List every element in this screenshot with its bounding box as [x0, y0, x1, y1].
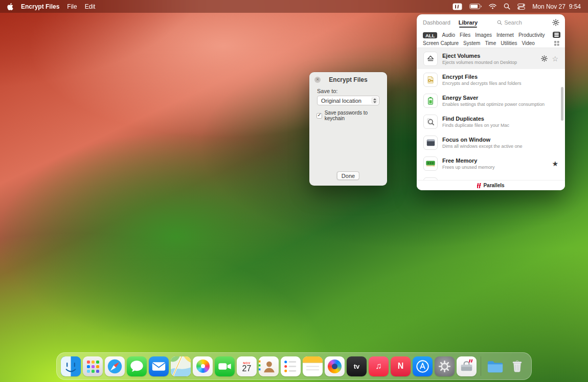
filter-utilities[interactable]: Utilities: [501, 40, 517, 46]
calendar-day-label: 27: [242, 365, 252, 373]
tool-settings-icon[interactable]: [541, 55, 548, 62]
window-icon: [423, 136, 438, 150]
list-view-icon[interactable]: [553, 32, 560, 38]
dock: NOV 27 tv ♫ N: [56, 352, 532, 380]
tab-dashboard[interactable]: Dashboard: [423, 19, 450, 26]
tv-label: tv: [354, 363, 360, 370]
dock-trash-icon[interactable]: [507, 356, 527, 376]
checkbox-label: Save passwords to keychain: [325, 110, 387, 121]
dock-downloads-folder-icon[interactable]: [485, 356, 505, 376]
filter-files[interactable]: Files: [460, 32, 470, 38]
dock-reminders-icon[interactable]: [281, 356, 301, 376]
green-battery-icon: [423, 94, 438, 108]
tool-row-energy-saver[interactable]: Energy Saver Enables settings that optim…: [417, 90, 565, 111]
filter-internet[interactable]: Internet: [496, 32, 514, 38]
menu-edit[interactable]: Edit: [85, 3, 96, 10]
dock-maps-icon[interactable]: [171, 356, 191, 376]
dock-news-icon[interactable]: N: [391, 356, 411, 376]
dock-notes-icon[interactable]: [303, 356, 323, 376]
wifi-icon[interactable]: [489, 4, 496, 9]
tool-row-free-memory[interactable]: Free Memory Frees up unused memory ★: [417, 153, 565, 174]
tool-row-partial[interactable]: [417, 174, 565, 180]
ram-icon: [423, 156, 438, 171]
filter-all[interactable]: ALL: [423, 32, 437, 38]
tool-row-focus-on-window[interactable]: Focus on Window Dims all windows except …: [417, 132, 565, 153]
document-key-icon: [423, 73, 438, 87]
news-letter-label: N: [398, 362, 404, 371]
scrollbar-thumb[interactable]: [561, 87, 563, 121]
filter-system[interactable]: System: [463, 40, 480, 46]
search-placeholder: Search: [504, 19, 522, 26]
parallels-logo-icon: [477, 183, 481, 188]
tool-name: Energy Saver: [442, 95, 545, 101]
save-to-label: Save to:: [317, 88, 337, 94]
save-passwords-checkbox[interactable]: Save passwords to keychain: [316, 110, 387, 121]
eject-icon: [423, 52, 438, 66]
tool-name: Find Duplicates: [442, 116, 509, 122]
music-note-icon: ♫: [375, 361, 382, 371]
parallels-toolbox-window: Dashboard Library Search ALLAudioFilesIm…: [417, 14, 565, 190]
desktop: Encrypt Files File Edit Mon Nov 27 9:54: [0, 0, 588, 382]
spotlight-search-icon[interactable]: [504, 3, 510, 10]
favorite-star-outline-icon[interactable]: ☆: [552, 55, 558, 62]
menu-file[interactable]: File: [67, 3, 77, 10]
dock-parallels-toolbox-icon[interactable]: [457, 356, 477, 376]
tool-list: Eject Volumes Ejects volumes mounted on …: [417, 48, 565, 180]
save-location-select[interactable]: Original location: [317, 96, 379, 105]
tool-description: Finds duplicate files on your Mac: [442, 123, 509, 128]
parallels-brand-label: Parallels: [483, 183, 504, 188]
dock-apple-tv-icon[interactable]: tv: [347, 356, 367, 376]
dock-separator: [481, 356, 481, 376]
dock-system-settings-icon[interactable]: [435, 356, 455, 376]
encrypt-files-dialog: ✕ Encrypt Files Save to: Original locati…: [309, 72, 387, 186]
tool-description: Encrypts and decrypts files and folders: [442, 81, 522, 86]
dock-firefox-icon[interactable]: [325, 356, 345, 376]
control-center-icon[interactable]: [517, 4, 525, 10]
dock-messages-icon[interactable]: [127, 356, 147, 376]
dock-finder-icon[interactable]: [61, 356, 81, 376]
tool-name: Encrypt Files: [442, 74, 522, 80]
save-location-value: Original location: [321, 98, 361, 104]
tool-row-find-duplicates[interactable]: Find Duplicates Finds duplicate files on…: [417, 111, 565, 132]
dock-safari-icon[interactable]: [105, 356, 125, 376]
search-input[interactable]: Search: [497, 19, 522, 26]
dock-calendar-icon[interactable]: NOV 27: [237, 356, 257, 376]
dock-facetime-icon[interactable]: [215, 356, 235, 376]
magnifier-documents-icon: [423, 115, 438, 129]
select-chevrons-icon: [371, 97, 378, 104]
tool-description: Dims all windows except the active one: [442, 144, 523, 149]
dock-contacts-icon[interactable]: [259, 356, 279, 376]
filter-productivity[interactable]: Productivity: [518, 32, 545, 38]
tool-name: Focus on Window: [442, 137, 523, 143]
search-icon: [497, 20, 502, 25]
dock-app-store-icon[interactable]: [413, 356, 433, 376]
filter-images[interactable]: Images: [475, 32, 492, 38]
dock-photos-icon[interactable]: [193, 356, 213, 376]
tool-description: Frees up unused memory: [442, 165, 495, 170]
favorite-star-filled-icon[interactable]: ★: [552, 160, 558, 167]
tab-library[interactable]: Library: [459, 19, 478, 26]
grid-view-icon[interactable]: [554, 41, 559, 46]
menubar-clock[interactable]: Mon Nov 27 9:54: [532, 3, 581, 10]
tool-description: Enables settings that optimize power con…: [442, 102, 545, 107]
battery-icon[interactable]: [469, 4, 482, 9]
dock-launchpad-icon[interactable]: [83, 356, 103, 376]
dock-mail-icon[interactable]: [149, 356, 169, 376]
apple-menu-icon[interactable]: [7, 3, 13, 10]
toolbox-footer: Parallels: [417, 180, 565, 190]
filter-audio[interactable]: Audio: [442, 32, 455, 38]
tool-name: Eject Volumes: [442, 53, 517, 59]
checkbox-checked-icon[interactable]: [316, 113, 322, 119]
filter-video[interactable]: Video: [522, 40, 534, 46]
filter-time[interactable]: Time: [485, 40, 496, 46]
tool-row-eject-volumes[interactable]: Eject Volumes Ejects volumes mounted on …: [417, 48, 565, 69]
dock-music-icon[interactable]: ♫: [369, 356, 389, 376]
filter-screen-capture[interactable]: Screen Capture: [423, 40, 459, 46]
tool-name: Free Memory: [442, 158, 495, 164]
category-filters: ALLAudioFilesImagesInternetProductivity …: [423, 31, 548, 47]
app-menu-title[interactable]: Encrypt Files: [21, 3, 59, 10]
done-button[interactable]: Done: [337, 171, 359, 180]
parallels-toolbox-status-icon[interactable]: [453, 3, 462, 10]
tool-row-encrypt-files[interactable]: Encrypt Files Encrypts and decrypts file…: [417, 69, 565, 90]
settings-gear-icon[interactable]: [552, 19, 559, 28]
